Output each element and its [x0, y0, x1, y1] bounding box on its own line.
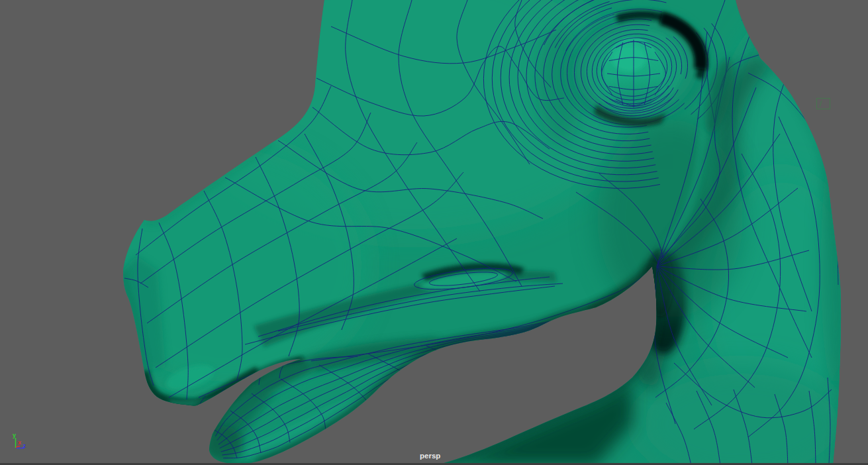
svg-text:x: x — [18, 439, 21, 446]
svg-text:y: y — [13, 432, 16, 439]
svg-text:persp: persp — [420, 452, 440, 460]
